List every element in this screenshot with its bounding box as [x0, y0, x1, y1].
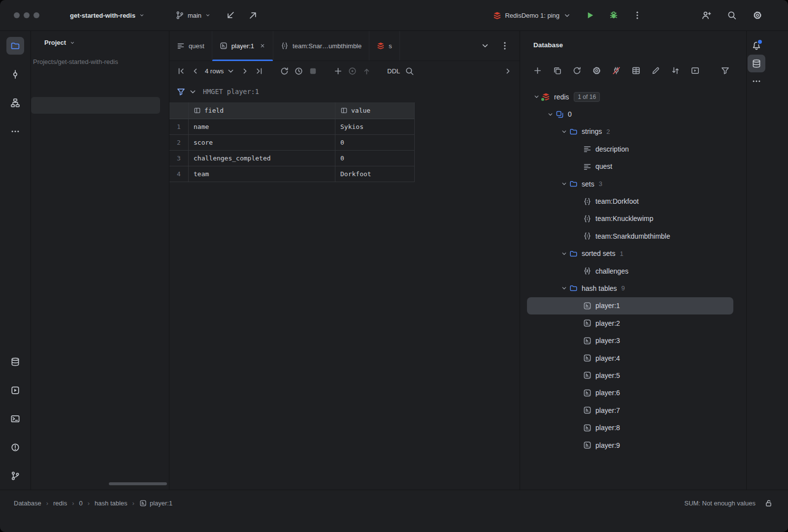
previous-page-button[interactable] — [191, 66, 200, 76]
query-filter-button[interactable] — [176, 87, 197, 96]
cell-value[interactable]: 0 — [335, 151, 415, 166]
more-tool-windows-button[interactable] — [748, 72, 765, 90]
tree-item-challenges[interactable]: challenges — [527, 262, 733, 280]
filter-button[interactable] — [721, 66, 730, 75]
structure-tool-button[interactable] — [6, 94, 24, 112]
tree-item-team-snarkdumbthimble[interactable]: team:Snarkdumbthimble — [527, 227, 733, 245]
cell-field[interactable]: name — [189, 119, 335, 135]
run-button[interactable] — [581, 6, 599, 24]
chevron-down-icon[interactable] — [558, 180, 569, 188]
window-close-button[interactable] — [14, 12, 20, 18]
invite-collaborators-button[interactable] — [697, 6, 715, 24]
tree-item-hash-tables[interactable]: hash tables9 — [527, 280, 733, 297]
tree-item-sets[interactable]: sets3 — [527, 175, 733, 192]
data-source-properties-button[interactable] — [592, 66, 601, 75]
commit-tool-button[interactable] — [6, 65, 24, 83]
problems-tool-button[interactable] — [6, 438, 24, 456]
more-tool-windows-button[interactable] — [6, 123, 24, 140]
hidden-tabs-button[interactable] — [479, 40, 491, 52]
tab-options-button[interactable] — [499, 40, 511, 52]
project-tool-button[interactable] — [6, 37, 24, 55]
tab-team-snar-umbthimble[interactable]: team:Snar…umbthimble — [273, 31, 369, 61]
breadcrumb-hash-tables[interactable]: hash tables — [95, 500, 128, 507]
horizontal-scrollbar[interactable] — [109, 482, 167, 485]
refresh-button[interactable] — [572, 66, 582, 75]
window-zoom-button[interactable] — [33, 12, 39, 18]
next-page-button[interactable] — [240, 66, 250, 76]
new-item-button[interactable] — [533, 66, 542, 75]
column-header-value[interactable]: value — [335, 102, 415, 119]
tree-item-player-7[interactable]: player:7 — [527, 402, 733, 419]
cell-value[interactable]: Dorkfoot — [335, 166, 415, 182]
tree-item-description[interactable]: description — [527, 140, 733, 157]
tree-item-player-5[interactable]: player:5 — [527, 367, 733, 384]
search-everywhere-button[interactable] — [723, 6, 741, 24]
tree-item-strings[interactable]: strings2 — [527, 123, 733, 140]
tree-item-player-9[interactable]: player:9 — [527, 437, 733, 454]
page-size-selector[interactable]: 4 rows — [205, 66, 235, 76]
services-tool-button[interactable] — [6, 381, 24, 399]
view-data-button[interactable] — [631, 66, 641, 75]
terminal-tool-button[interactable] — [6, 410, 24, 428]
cell-field[interactable]: score — [189, 135, 335, 151]
version-control-tool-button[interactable] — [6, 467, 24, 485]
notifications-button[interactable] — [748, 37, 765, 55]
breadcrumb-player-1[interactable]: player:1 — [139, 500, 172, 507]
preview-changes-button[interactable] — [348, 66, 357, 76]
tab-s[interactable]: s — [369, 31, 400, 61]
tree-item-player-8[interactable]: player:8 — [527, 419, 733, 436]
settings-button[interactable] — [749, 6, 766, 24]
tree-item-redis[interactable]: redis1 of 16 — [527, 88, 733, 105]
close-tab-button[interactable] — [260, 43, 265, 49]
disconnect-button[interactable] — [612, 66, 621, 75]
chevron-down-icon[interactable] — [558, 127, 569, 135]
vcs-branch-widget[interactable]: main — [171, 8, 215, 23]
tree-item-quest[interactable]: quest — [527, 158, 733, 175]
tree-item-sorted-sets[interactable]: sorted sets1 — [527, 245, 733, 262]
run-more-button[interactable] — [628, 6, 646, 24]
last-page-button[interactable] — [255, 66, 264, 76]
add-row-button[interactable] — [333, 66, 343, 76]
tree-item-player-4[interactable]: player:4 — [527, 349, 733, 367]
breadcrumb-database[interactable]: Database — [14, 500, 41, 507]
column-header-field[interactable]: field — [189, 102, 335, 119]
query-text[interactable]: HMGET player:1 — [203, 88, 259, 95]
tree-item-player-6[interactable]: player:6 — [527, 384, 733, 402]
find-in-grid-button[interactable] — [405, 66, 414, 76]
project-panel-header[interactable]: Project — [31, 39, 169, 46]
breadcrumb-redis[interactable]: redis — [53, 500, 67, 507]
stop-button[interactable] — [308, 66, 318, 76]
project-selected-item[interactable] — [31, 97, 160, 114]
project-root-item[interactable]: Projects/get-started-with-redis — [31, 58, 169, 65]
edit-button[interactable] — [651, 66, 660, 75]
toolbar-more-button[interactable] — [503, 66, 513, 76]
tree-item-player-3[interactable]: player:3 — [527, 332, 733, 349]
breadcrumb-0[interactable]: 0 — [79, 500, 83, 507]
chevron-down-icon[interactable] — [558, 250, 569, 257]
tree-item-team-dorkfoot[interactable]: team:Dorkfoot — [527, 192, 733, 210]
tab-player-1[interactable]: player:1 — [212, 31, 273, 61]
tab-quest[interactable]: quest — [169, 31, 212, 61]
cell-value[interactable]: Sykios — [335, 119, 415, 135]
window-minimize-button[interactable] — [24, 12, 30, 18]
tree-item-player-1[interactable]: player:1 — [527, 297, 733, 314]
compare-button[interactable] — [671, 66, 680, 75]
first-page-button[interactable] — [176, 66, 186, 76]
jump-to-console-button[interactable] — [690, 66, 700, 75]
cell-field[interactable]: challenges_completed — [189, 151, 335, 166]
cell-field[interactable]: team — [189, 166, 335, 182]
debug-button[interactable] — [605, 6, 623, 24]
duplicate-button[interactable] — [553, 66, 562, 75]
reload-page-button[interactable] — [280, 66, 289, 76]
tree-item-team-knucklewimp[interactable]: team:Knucklewimp — [527, 210, 733, 227]
submit-changes-button[interactable] — [362, 66, 371, 76]
chevron-down-icon[interactable] — [558, 284, 569, 292]
push-button[interactable] — [244, 6, 262, 24]
chevron-down-icon[interactable] — [545, 110, 556, 118]
project-widget[interactable]: get-started-with-redis — [66, 9, 149, 22]
cell-value[interactable]: 0 — [335, 135, 415, 151]
database-tool-button[interactable] — [748, 55, 765, 72]
write-access-button[interactable] — [762, 497, 774, 509]
update-project-button[interactable] — [222, 6, 239, 24]
run-config-selector[interactable]: RedisDemo 1: ping — [489, 8, 575, 23]
